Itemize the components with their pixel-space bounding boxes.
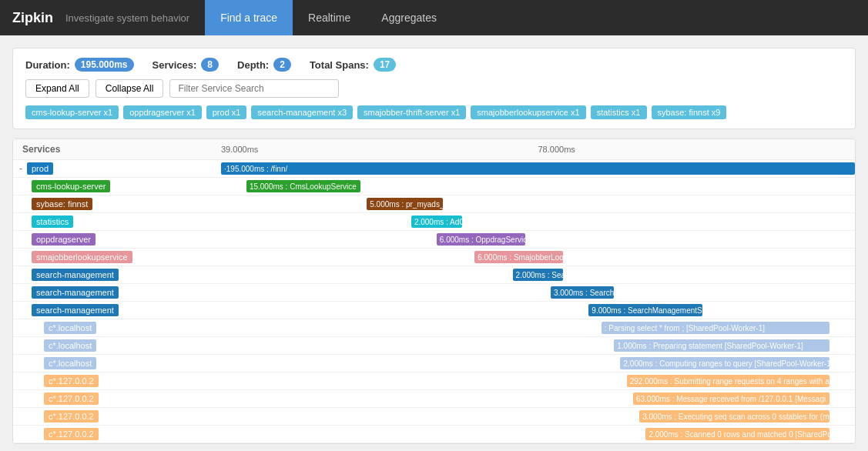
- tab-aggregates[interactable]: Aggregates: [366, 0, 452, 35]
- trace-service-col: c*.127.0.0.2: [13, 391, 221, 406]
- service-name-label: prod: [27, 162, 53, 175]
- service-tag[interactable]: smajobber-thrift-server x1: [357, 105, 466, 119]
- trace-service-col: c*.127.0.0.2: [13, 426, 221, 442]
- span-bar[interactable]: ·195.000ms : /finn/: [221, 162, 855, 175]
- table-row[interactable]: c*.127.0.0.263.000ms : Message received …: [13, 390, 855, 408]
- span-bar[interactable]: 5.000ms : pr_myads_pagination_ordered: [367, 198, 443, 210]
- table-row[interactable]: c*.localhost2.000ms : Computing ranges t…: [13, 355, 855, 372]
- service-tag[interactable]: oppdragserver x1: [123, 105, 202, 119]
- collapse-all-button[interactable]: Collapse All: [96, 79, 164, 98]
- trace-service-col: -prod: [13, 161, 221, 176]
- service-name-label: search-management: [32, 286, 119, 299]
- trace-service-col: c*.localhost: [13, 320, 221, 336]
- service-tag[interactable]: prod x1: [206, 105, 247, 119]
- span-bar[interactable]: 9.000ms : SearchManagementService: [588, 304, 702, 316]
- services-value: 8: [201, 58, 219, 72]
- span-bar[interactable]: : Parsing select * from ; [SharedPool-Wo…: [602, 322, 829, 334]
- nav-tabs: Find a traceRealtimeAggregates: [205, 0, 452, 35]
- service-tag[interactable]: statistics x1: [591, 105, 647, 119]
- service-name-label: c*.127.0.0.2: [44, 410, 99, 423]
- trace-header-time2: 78.000ms: [538, 145, 856, 154]
- filter-service-input[interactable]: [169, 79, 339, 98]
- trace-header-time1: 39.000ms: [221, 145, 538, 154]
- trace-service-col: c*.localhost: [13, 356, 221, 371]
- depth-label: Depth:: [237, 59, 269, 71]
- service-name-label: c*.127.0.0.2: [44, 428, 99, 440]
- span-bar[interactable]: 2.000ms : SearchManagementService: [513, 269, 564, 281]
- service-name-label: c*.127.0.0.2: [44, 375, 99, 387]
- trace-service-col: smajobberlookupservice: [13, 249, 221, 265]
- depth-value: 2: [273, 58, 291, 72]
- trace-span-col: 6.000ms : SmajobberLookupService: [221, 249, 855, 266]
- table-row[interactable]: statistics2.000ms : AdCountService: [13, 213, 855, 231]
- trace-span-col: 5.000ms : pr_myads_pagination_ordered: [221, 195, 855, 212]
- service-tag[interactable]: search-management x3: [251, 105, 353, 119]
- table-row[interactable]: c*.127.0.0.23.000ms : Executing seq scan…: [13, 408, 855, 426]
- main-content: Duration: 195.000ms Services: 8 Depth: 2…: [0, 35, 868, 451]
- trace-span-col: 2.000ms : AdCountService: [221, 213, 855, 230]
- trace-span-col: 3.000ms : Executing seq scan across 0 ss…: [221, 408, 855, 425]
- service-tag[interactable]: smajobberlookupservice x1: [471, 105, 585, 119]
- trace-service-col: c*.127.0.0.2: [13, 409, 221, 424]
- trace-span-col: 63.000ms : Message received from /127.0.…: [221, 390, 855, 407]
- collapse-icon[interactable]: -: [19, 163, 22, 174]
- trace-service-col: c*.localhost: [13, 338, 221, 353]
- span-bar[interactable]: 6.000ms : OppdragService: [437, 233, 525, 246]
- service-name-label: cms-lookup-server: [32, 180, 110, 192]
- span-bar[interactable]: 2.000ms : Scanned 0 rows and matched 0 […: [645, 428, 829, 440]
- service-tags: cms-lookup-server x1oppdragserver x1prod…: [25, 105, 843, 119]
- trace-service-col: sybase: finnst: [13, 196, 221, 212]
- trace-span-col: 15.000ms : CmsLookupService: [221, 178, 855, 195]
- service-name-label: c*.localhost: [44, 322, 96, 334]
- span-bar[interactable]: 3.000ms : Executing seq scan across 0 ss…: [639, 410, 829, 423]
- top-navigation: Zipkin Investigate system behavior Find …: [0, 0, 868, 35]
- service-name-label: search-management: [32, 269, 119, 281]
- duration-value: 195.000ms: [75, 58, 134, 72]
- table-row[interactable]: c*.127.0.0.22.000ms : Scanned 0 rows and…: [13, 426, 855, 443]
- total-spans-label: Total Spans:: [310, 59, 369, 71]
- table-row[interactable]: smajobberlookupservice6.000ms : Smajobbe…: [13, 249, 855, 266]
- service-name-label: c*.localhost: [44, 339, 96, 352]
- span-bar[interactable]: 15.000ms : CmsLookupService: [246, 180, 360, 192]
- services-item: Services: 8: [152, 58, 220, 72]
- trace-service-col: c*.127.0.0.2: [13, 373, 221, 389]
- trace-span-col: ·195.000ms : /finn/: [221, 160, 855, 177]
- service-name-label: search-management: [32, 304, 119, 316]
- trace-span-col: 9.000ms : SearchManagementService: [221, 302, 855, 319]
- trace-span-col: 2.000ms : Computing ranges to query [Sha…: [221, 355, 855, 372]
- tab-find-trace[interactable]: Find a trace: [205, 0, 293, 35]
- expand-all-button[interactable]: Expand All: [25, 79, 89, 98]
- service-name-label: sybase: finnst: [32, 198, 92, 210]
- service-tag[interactable]: cms-lookup-server x1: [25, 105, 119, 119]
- total-spans-item: Total Spans: 17: [310, 58, 396, 72]
- service-name-label: oppdragserver: [32, 233, 96, 246]
- span-bar[interactable]: 292.000ms : Submitting range requests on…: [627, 375, 829, 387]
- span-bar[interactable]: 63.000ms : Message received from /127.0.…: [633, 393, 829, 405]
- trace-service-col: statistics: [13, 214, 221, 229]
- table-row[interactable]: c*.localhost: Parsing select * from ; [S…: [13, 319, 855, 337]
- trace-container: Services 39.000ms 78.000ms -prod·195.000…: [12, 139, 856, 444]
- summary-bar: Duration: 195.000ms Services: 8 Depth: 2…: [12, 48, 856, 129]
- table-row[interactable]: sybase: finnst5.000ms : pr_myads_paginat…: [13, 195, 855, 213]
- service-tag[interactable]: sybase: finnst x9: [652, 105, 727, 119]
- table-row[interactable]: cms-lookup-server15.000ms : CmsLookupSer…: [13, 178, 855, 195]
- table-row[interactable]: c*.localhost1.000ms : Preparing statemen…: [13, 337, 855, 355]
- total-spans-value: 17: [374, 58, 396, 72]
- table-row[interactable]: -prod·195.000ms : /finn/: [13, 160, 855, 178]
- span-bar[interactable]: 2.000ms : Computing ranges to query [Sha…: [620, 357, 829, 369]
- depth-item: Depth: 2: [237, 58, 291, 72]
- table-row[interactable]: search-management3.000ms : SearchManagem…: [13, 284, 855, 302]
- tab-realtime[interactable]: Realtime: [293, 0, 366, 35]
- span-bar[interactable]: 2.000ms : AdCountService: [411, 215, 462, 228]
- table-row[interactable]: search-management9.000ms : SearchManagem…: [13, 302, 855, 319]
- brand-logo: Zipkin: [0, 10, 65, 26]
- span-bar[interactable]: 6.000ms : SmajobberLookupService: [474, 251, 563, 263]
- table-row[interactable]: oppdragserver6.000ms : OppdragService: [13, 231, 855, 249]
- table-row[interactable]: c*.127.0.0.2292.000ms : Submitting range…: [13, 372, 855, 390]
- span-bar[interactable]: 1.000ms : Preparing statement [SharedPoo…: [614, 339, 829, 352]
- trace-span-col: 292.000ms : Submitting range requests on…: [221, 372, 855, 389]
- span-bar[interactable]: 3.000ms : SearchManagementService: [551, 286, 614, 299]
- table-row[interactable]: search-management2.000ms : SearchManagem…: [13, 266, 855, 284]
- services-label: Services:: [152, 59, 197, 71]
- trace-span-col: 2.000ms : SearchManagementService: [221, 266, 855, 283]
